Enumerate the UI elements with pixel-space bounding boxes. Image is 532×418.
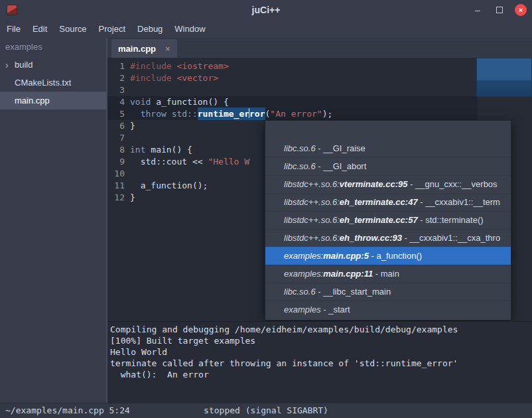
- code-text: }: [130, 192, 135, 202]
- console-line: terminate called after throwing an insta…: [110, 358, 532, 369]
- file-tree-sidebar: examples ›buildCMakeLists.txtmain.cpp: [0, 38, 106, 403]
- line-number: 2: [107, 72, 125, 84]
- code-text: int main() {: [130, 145, 192, 155]
- line-number: 7: [107, 132, 125, 144]
- close-icon: ×: [519, 6, 523, 14]
- tab-bar: main.cpp ×: [107, 38, 532, 58]
- line-number: 3: [107, 84, 125, 96]
- line-number: 8: [107, 144, 125, 156]
- menu-bar: FileEditSourceProjectDebugWindow: [0, 20, 532, 38]
- line-number: 5: [107, 108, 125, 120]
- backtrace-item[interactable]: libc.so.6 - __libc_start_main: [265, 283, 511, 301]
- menu-item-window[interactable]: Window: [174, 24, 205, 34]
- sidebar-item-cmakelists-txt[interactable]: CMakeLists.txt: [0, 74, 106, 92]
- window-controls: – ×: [471, 0, 527, 20]
- backtrace-list: libc.so.6 - __GI_raiselibc.so.6 - __GI_a…: [265, 140, 511, 318]
- titlebar[interactable]: juCi++ – ×: [0, 0, 532, 20]
- sidebar-item-main-cpp[interactable]: main.cpp: [0, 92, 106, 109]
- tab-close-icon[interactable]: ×: [165, 44, 170, 54]
- code-text: #include <iostream>: [130, 61, 229, 71]
- sidebar-item-label: CMakeLists.txt: [15, 78, 71, 88]
- code-text: std::cout << "Hello W: [130, 157, 249, 167]
- status-file-position: ~/examples/main.cpp 5:24: [5, 403, 130, 417]
- console-line: Hello World: [110, 346, 532, 358]
- line-number: 11: [107, 180, 125, 192]
- line-number: 4: [107, 96, 125, 108]
- line-number: 12: [107, 192, 125, 204]
- maximize-icon: [496, 7, 503, 13]
- line-number: 9: [107, 156, 125, 168]
- tab-label: main.cpp: [118, 44, 156, 54]
- code-line[interactable]: 1#include <iostream>: [107, 60, 532, 72]
- output-console[interactable]: Compiling and debugging /home/eidheim/ex…: [107, 321, 532, 403]
- sidebar-item-label: build: [15, 60, 33, 70]
- console-line: [100%] Built target examples: [110, 335, 532, 346]
- code-text: #include <vector>: [130, 73, 218, 83]
- backtrace-item-selected[interactable]: examples:main.cpp:5 - a_function(): [265, 247, 511, 265]
- preview-panel: [476, 58, 532, 97]
- menu-item-project[interactable]: Project: [99, 24, 125, 34]
- maximize-button[interactable]: [493, 3, 506, 17]
- code-text: }: [130, 121, 135, 131]
- code-line[interactable]: 2#include <vector>: [107, 72, 532, 84]
- backtrace-popup: libc.so.6 - __GI_raiselibc.so.6 - __GI_a…: [265, 120, 511, 320]
- backtrace-item[interactable]: libc.so.6 - __GI_abort: [265, 157, 511, 175]
- code-line[interactable]: 4void a_function() {: [107, 96, 532, 108]
- minimize-icon: –: [475, 5, 480, 15]
- line-number: 10: [107, 168, 125, 180]
- sidebar-item-label: main.cpp: [15, 96, 50, 105]
- window-title: juCi++: [0, 5, 532, 15]
- menu-item-edit[interactable]: Edit: [33, 24, 47, 34]
- project-name: examples: [0, 38, 106, 56]
- file-tree: ›buildCMakeLists.txtmain.cpp: [0, 56, 106, 109]
- sidebar-item-build[interactable]: ›build: [0, 56, 106, 74]
- backtrace-item[interactable]: libstdc++.so.6:eh_terminate.cc:47 - __cx…: [265, 193, 511, 211]
- juci-window: juCi++ – × FileEditSourceProjectDebugWin…: [0, 0, 532, 418]
- line-number: 1: [107, 60, 125, 72]
- code-editor[interactable]: 1#include <iostream>2#include <vector>34…: [107, 58, 532, 321]
- line-number: 6: [107, 120, 125, 132]
- expander-icon: ›: [5, 60, 15, 70]
- menu-item-file[interactable]: File: [7, 24, 21, 34]
- close-button[interactable]: ×: [515, 4, 527, 16]
- console-line: Compiling and debugging /home/eidheim/ex…: [110, 324, 532, 335]
- code-text: throw std::runtime_error("An error");: [130, 109, 332, 119]
- backtrace-item[interactable]: libstdc++.so.6:vterminate.cc:95 - __gnu_…: [265, 175, 511, 193]
- backtrace-item[interactable]: examples:main.cpp:11 - main: [265, 265, 511, 283]
- console-line: what(): An error: [110, 369, 532, 380]
- editor-column: main.cpp × 1#include <iostream>2#include…: [106, 38, 532, 403]
- code-text: a_function();: [130, 180, 208, 190]
- code-text: void a_function() {: [130, 97, 229, 107]
- app-icon: [7, 5, 17, 15]
- tab-main-cpp[interactable]: main.cpp ×: [111, 39, 177, 58]
- menu-item-debug[interactable]: Debug: [137, 24, 163, 34]
- code-line[interactable]: 3: [107, 84, 532, 96]
- code-line[interactable]: 5 throw std::runtime_error("An error");: [107, 108, 532, 120]
- backtrace-item[interactable]: libstdc++.so.6:eh_terminate.cc:57 - std:…: [265, 211, 511, 229]
- backtrace-item[interactable]: libstdc++.so.6:eh_throw.cc:93 - __cxxabi…: [265, 229, 511, 247]
- menu-item-source[interactable]: Source: [59, 24, 86, 34]
- status-bar: stopped (signal SIGABRT) ~/examples/main…: [0, 403, 532, 418]
- backtrace-item[interactable]: libc.so.6 - __GI_raise: [265, 140, 511, 157]
- backtrace-item[interactable]: examples - _start: [265, 301, 511, 318]
- minimize-button[interactable]: –: [471, 3, 484, 17]
